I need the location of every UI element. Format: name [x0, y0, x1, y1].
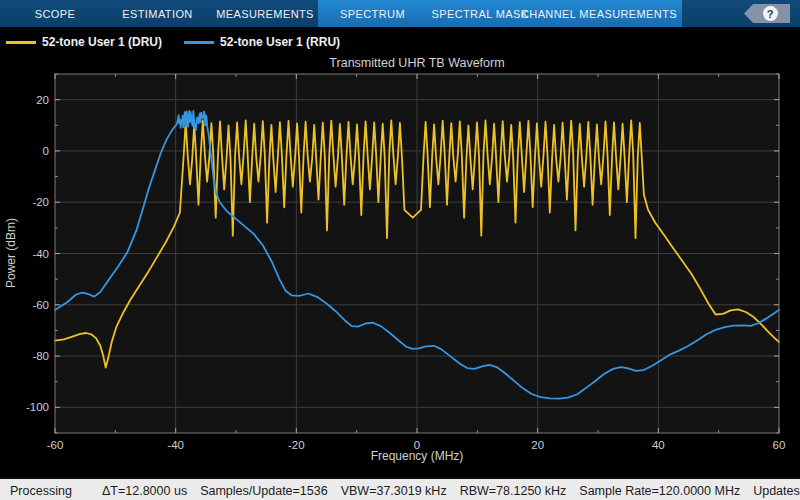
tab-measurements[interactable]: MEASUREMENTS [210, 0, 320, 27]
x-tick-label: -20 [288, 439, 305, 451]
tab-spectrum[interactable]: SPECTRUM [320, 0, 425, 27]
y-tick-label: 20 [36, 94, 49, 106]
x-tick-label: -40 [167, 439, 184, 451]
status-field: ΔT=12.8000 us [102, 484, 187, 498]
y-axis-label: Power (dBm) [4, 218, 18, 288]
legend-label: 52-tone User 1 (RRU) [220, 35, 340, 49]
y-tick-label: -20 [32, 196, 49, 208]
x-tick-label: 60 [773, 439, 786, 451]
status-bar: Processing ΔT=12.8000 usSamples/Update=1… [0, 477, 800, 500]
x-tick-label: -60 [47, 439, 64, 451]
status-field: Updates=16 [753, 484, 800, 498]
status-fields: ΔT=12.8000 usSamples/Update=1536VBW=37.3… [102, 484, 800, 498]
toolstrip-tabs: SCOPEESTIMATIONMEASUREMENTSSPECTRUMSPECT… [5, 0, 663, 27]
tab-scope[interactable]: SCOPE [5, 0, 105, 27]
x-tick-label: 20 [531, 439, 544, 451]
status-field: Sample Rate=120.0000 MHz [579, 484, 740, 498]
scope-figure: 52-tone User 1 (DRU)52-tone User 1 (RRU)… [0, 27, 800, 477]
legend-line-sample [6, 41, 36, 44]
spectrum-chart[interactable]: -60-40-200204060-100-80-60-40-20020 Tran… [0, 27, 800, 477]
status-state: Processing [10, 484, 102, 498]
legend-line-sample [184, 41, 214, 44]
tab-estimation[interactable]: ESTIMATION [105, 0, 210, 27]
y-tick-label: 0 [43, 145, 49, 157]
legend-label: 52-tone User 1 (DRU) [42, 35, 162, 49]
tab-spectral-mask[interactable]: SPECTRAL MASK [425, 0, 535, 27]
status-field: RBW=78.1250 kHz [460, 484, 567, 498]
x-axis-label: Frequency (MHz) [371, 449, 464, 463]
y-tick-label: -60 [32, 299, 49, 311]
chart-title: Transmitted UHR TB Waveform [329, 56, 504, 70]
status-field: VBW=37.3019 kHz [341, 484, 447, 498]
spectrum-analyzer-window: SCOPEESTIMATIONMEASUREMENTSSPECTRUMSPECT… [0, 0, 800, 500]
legend-item[interactable]: 52-tone User 1 (DRU) [6, 35, 162, 49]
help-button[interactable]: ? [744, 4, 790, 23]
legend-item[interactable]: 52-tone User 1 (RRU) [184, 35, 340, 49]
y-tick-label: -100 [26, 401, 49, 413]
x-tick-label: 40 [652, 439, 665, 451]
tab-channel-measurements[interactable]: CHANNEL MEASUREMENTS [535, 0, 663, 27]
toolstrip: SCOPEESTIMATIONMEASUREMENTSSPECTRUMSPECT… [0, 0, 800, 27]
y-tick-label: -40 [32, 248, 49, 260]
trace-legend: 52-tone User 1 (DRU)52-tone User 1 (RRU) [6, 33, 362, 51]
question-icon: ? [763, 6, 778, 21]
status-field: Samples/Update=1536 [200, 484, 328, 498]
y-tick-label: -80 [32, 350, 49, 362]
